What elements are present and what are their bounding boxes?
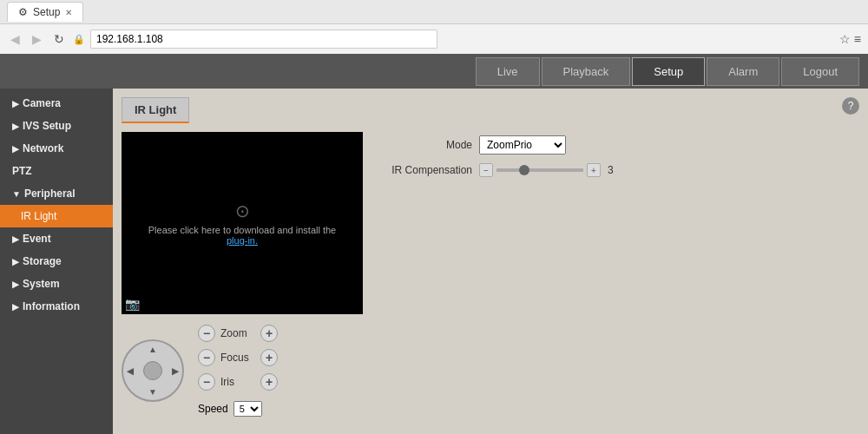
ir-settings: Mode ZoomPrio Manual SmartIR IR Compensa… — [377, 132, 614, 417]
ptz-controls: ▲ ▼ ◀ ▶ − Zoom + — [122, 325, 363, 417]
nav-tab-live[interactable]: Live — [476, 57, 540, 86]
dpad-right-button[interactable]: ▶ — [172, 366, 179, 376]
iris-label: Iris — [220, 376, 255, 388]
mode-select[interactable]: ZoomPrio Manual SmartIR — [479, 135, 566, 155]
sidebar-item-information[interactable]: ▶ Information — [0, 295, 113, 318]
mode-label: Mode — [377, 139, 472, 151]
main-area: ▶ Camera ▶ IVS Setup ▶ Network PTZ ▼ Per… — [0, 89, 868, 434]
mode-row: Mode ZoomPrio Manual SmartIR — [377, 135, 614, 155]
information-arrow-icon: ▶ — [12, 302, 19, 312]
network-arrow-icon: ▶ — [12, 144, 19, 154]
ir-plus-button[interactable]: + — [587, 163, 601, 177]
tab-close-icon[interactable]: ✕ — [65, 8, 72, 17]
toolbar-icons: ☆ ≡ — [839, 32, 861, 46]
event-arrow-icon: ▶ — [12, 234, 19, 244]
ir-slider-container: − + 3 — [479, 163, 614, 177]
speed-row: Speed 1234 5678 — [198, 401, 278, 417]
sidebar-item-peripheral[interactable]: ▼ Peripheral — [0, 182, 113, 205]
ivs-arrow-icon: ▶ — [12, 122, 19, 131]
camera-arrow-icon: ▶ — [12, 99, 19, 108]
ir-compensation-row: IR Compensation − + 3 — [377, 163, 614, 177]
star-icon[interactable]: ☆ — [839, 32, 851, 46]
iris-row: − Iris + — [198, 373, 278, 391]
plugin-icon: ⊙ — [235, 201, 250, 221]
sidebar: ▶ Camera ▶ IVS Setup ▶ Network PTZ ▼ Per… — [0, 89, 113, 434]
app-container: Live Playback Setup Alarm Logout ▶ Camer… — [0, 54, 868, 434]
dpad-down-button[interactable]: ▼ — [148, 387, 157, 397]
reload-button[interactable]: ↻ — [50, 30, 68, 48]
ir-minus-button[interactable]: − — [479, 163, 493, 177]
nav-tab-logout[interactable]: Logout — [781, 57, 859, 86]
help-icon[interactable]: ? — [842, 97, 859, 115]
camera-section: ⊙ Please click here to download and inst… — [122, 132, 859, 417]
iris-minus-button[interactable]: − — [198, 373, 215, 391]
focus-row: − Focus + — [198, 349, 278, 366]
speed-label: Speed — [198, 403, 228, 415]
tab-title: Setup — [33, 6, 60, 18]
plugin-link[interactable]: plug-in. — [227, 235, 258, 246]
snapshot-icon[interactable]: 📷 — [125, 297, 140, 311]
nav-tab-setup[interactable]: Setup — [632, 57, 705, 86]
ir-compensation-label: IR Compensation — [377, 164, 472, 176]
peripheral-arrow-icon: ▼ — [12, 189, 21, 199]
lock-icon: 🔒 — [73, 34, 85, 45]
zoom-label: Zoom — [220, 327, 255, 339]
zoom-minus-button[interactable]: − — [198, 325, 215, 342]
content-area: IR Light ? ⊙ Please click here to downlo… — [113, 89, 868, 434]
zoom-focus-iris-controls: − Zoom + − Focus + − Iris — [198, 325, 278, 417]
sidebar-item-system[interactable]: ▶ System — [0, 273, 113, 295]
directional-pad: ▲ ▼ ◀ ▶ — [122, 339, 184, 402]
ir-compensation-slider[interactable] — [496, 168, 583, 172]
sidebar-item-storage[interactable]: ▶ Storage — [0, 250, 113, 273]
nav-tab-alarm[interactable]: Alarm — [707, 57, 779, 86]
nav-tab-playback[interactable]: Playback — [542, 57, 631, 86]
ir-compensation-value: 3 — [608, 164, 614, 176]
video-area: ⊙ Please click here to download and inst… — [122, 132, 363, 314]
sidebar-item-camera[interactable]: ▶ Camera — [0, 92, 113, 115]
sidebar-item-network[interactable]: ▶ Network — [0, 137, 113, 160]
top-navigation: Live Playback Setup Alarm Logout — [0, 54, 868, 89]
sidebar-item-ir-light[interactable]: IR Light — [0, 205, 113, 227]
focus-minus-button[interactable]: − — [198, 349, 215, 366]
address-bar: ◀ ▶ ↻ 🔒 ☆ ≡ — [0, 24, 868, 54]
forward-button[interactable]: ▶ — [29, 30, 45, 48]
focus-plus-button[interactable]: + — [260, 349, 278, 366]
video-overlay: ⊙ Please click here to download and inst… — [122, 132, 363, 314]
browser-tab[interactable]: ⚙ Setup ✕ — [7, 2, 83, 22]
page-title: IR Light — [122, 97, 189, 123]
focus-label: Focus — [220, 352, 255, 364]
menu-icon[interactable]: ≡ — [854, 32, 861, 46]
sidebar-item-event[interactable]: ▶ Event — [0, 227, 113, 250]
speed-select[interactable]: 1234 5678 — [233, 401, 262, 417]
browser-titlebar: ⚙ Setup ✕ — [0, 0, 868, 24]
plugin-message: Please click here to download and instal… — [148, 225, 336, 246]
zoom-plus-button[interactable]: + — [260, 325, 278, 342]
dpad-center — [143, 361, 162, 380]
dpad-up-button[interactable]: ▲ — [148, 345, 157, 354]
camera-left: ⊙ Please click here to download and inst… — [122, 132, 363, 417]
iris-plus-button[interactable]: + — [260, 373, 278, 391]
sidebar-item-ivs-setup[interactable]: ▶ IVS Setup — [0, 115, 113, 137]
system-arrow-icon: ▶ — [12, 279, 19, 289]
zoom-row: − Zoom + — [198, 325, 278, 342]
dpad-ring: ▲ ▼ ◀ ▶ — [122, 339, 184, 402]
tab-favicon: ⚙ — [18, 6, 28, 18]
sidebar-item-ptz[interactable]: PTZ — [0, 160, 113, 182]
dpad-left-button[interactable]: ◀ — [127, 366, 134, 376]
video-toolbar: 📷 — [125, 297, 140, 311]
back-button[interactable]: ◀ — [7, 30, 23, 48]
address-input[interactable] — [90, 30, 437, 49]
storage-arrow-icon: ▶ — [12, 257, 19, 266]
